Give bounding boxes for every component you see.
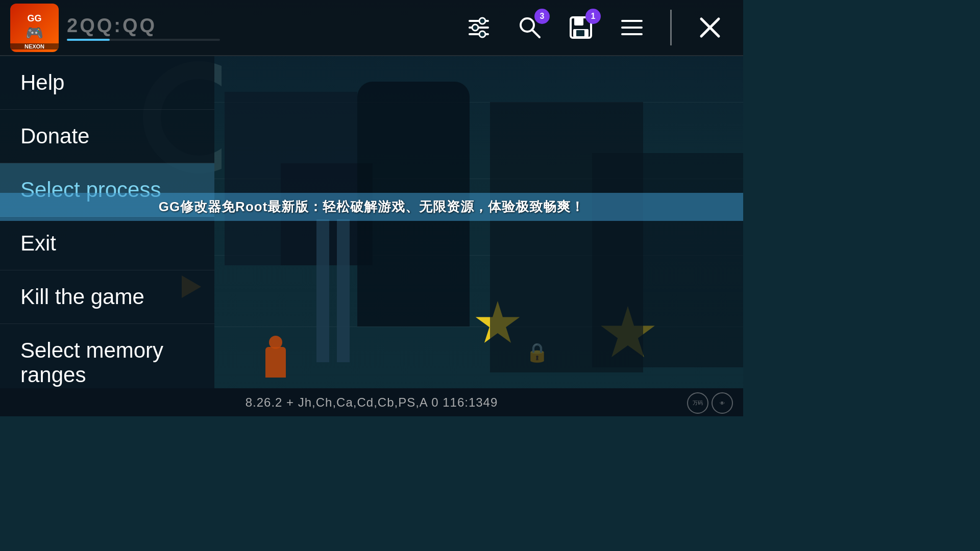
menu-icon [619,15,645,40]
svg-rect-9 [574,17,583,26]
building-deco [592,153,743,367]
watermark-logo: 万码 [687,392,708,414]
sliders-icon [466,15,492,40]
character-deco [265,347,286,378]
header-title: 2QQ:QQ [67,15,220,37]
menu-button[interactable] [619,15,645,40]
menu-item-kill-the-game[interactable]: Kill the game [0,270,214,324]
svg-point-4 [472,24,478,31]
character-deco [269,336,282,349]
menu-panel: Help Donate Select process Exit Kill the… [0,56,214,388]
watermark-icon2: 👁 [712,392,733,414]
status-bar: 8.26.2 + Jh,Ch,Ca,Cd,Cb,PS,A 0 116:1349 … [0,388,743,416]
menu-item-help[interactable]: Help [0,56,214,110]
progress-bar-fill [67,39,110,41]
header-icons: 3 1 [466,10,723,45]
watermark: 万码 👁 [687,392,733,414]
save-button[interactable]: 1 [568,15,594,40]
svg-point-5 [479,31,485,37]
nexon-label: NEXON [10,43,59,49]
svg-rect-11 [576,30,584,36]
close-icon [697,15,723,40]
progress-bar-container [67,39,220,41]
save-badge: 1 [585,9,601,24]
svg-point-3 [479,18,485,24]
svg-line-7 [532,30,540,37]
ladder-deco [337,219,350,362]
header-title-area: 2QQ:QQ [67,15,220,41]
close-button[interactable] [697,15,723,40]
app-logo-text: GG 🎮 [26,13,43,41]
header-bar: GG 🎮 NEXON 2QQ:QQ [0,0,743,56]
sliders-button[interactable] [466,15,492,40]
menu-item-exit[interactable]: Exit [0,217,214,270]
banner: GG修改器免Root最新版：轻松破解游戏、无限资源，体验极致畅爽！ [0,193,743,221]
app-logo: GG 🎮 NEXON [10,4,59,52]
status-text: 8.26.2 + Jh,Ch,Ca,Cd,Cb,PS,A 0 116:1349 [246,395,498,410]
search-button[interactable]: 3 [517,15,543,40]
menu-item-donate[interactable]: Donate [0,110,214,163]
header-divider [670,10,672,45]
banner-text: GG修改器免Root最新版：轻松破解游戏、无限资源，体验极致畅爽！ [159,198,585,216]
search-badge: 3 [534,9,550,24]
ladder-deco [316,219,329,362]
